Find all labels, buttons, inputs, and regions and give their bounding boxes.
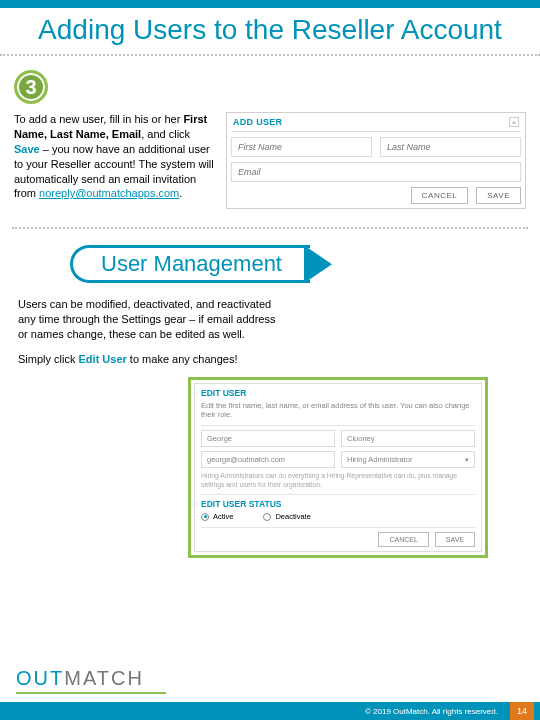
edit-first-name-field[interactable]: George	[201, 430, 335, 447]
footer-bar: © 2019 OutMatch. All rights reserved. 14	[0, 702, 540, 720]
page-title: Adding Users to the Reseller Account	[0, 8, 540, 48]
radio-label: Active	[213, 512, 233, 521]
page-number: 14	[510, 702, 534, 720]
role-hint: Hiring Administrators can do everything …	[201, 472, 475, 490]
logo-part-2: MATCH	[64, 667, 144, 689]
text: To add a new user, fill in his or her	[14, 113, 183, 125]
text: Simply click	[18, 353, 79, 365]
field-value: george@outmatch.com	[207, 455, 285, 464]
edit-user-status-title: EDIT USER STATUS	[201, 499, 475, 509]
email-field[interactable]	[231, 162, 521, 182]
field-value: George	[207, 434, 232, 443]
edit-user-desc: Edit the first name, last name, or email…	[201, 401, 475, 421]
add-user-title: ADD USER	[233, 117, 282, 127]
user-management-ribbon: User Management	[70, 245, 310, 283]
step-3-body: To add a new user, fill in his or her Fi…	[14, 112, 214, 209]
text: , and click	[141, 128, 190, 140]
field-value: Clooney	[347, 434, 375, 443]
noreply-email-link[interactable]: noreply@outmatchapps.com	[39, 187, 179, 199]
deactivate-radio[interactable]: Deactivate	[263, 512, 310, 521]
logo-part-1: OUT	[16, 667, 64, 689]
edit-email-field[interactable]: george@outmatch.com	[201, 451, 335, 468]
edit-save-button[interactable]: SAVE	[435, 532, 475, 547]
edit-user-dialog: EDIT USER Edit the first name, last name…	[188, 377, 488, 558]
divider	[0, 54, 540, 56]
field-value: Hiring Administrator	[347, 455, 412, 464]
edit-last-name-field[interactable]: Clooney	[341, 430, 475, 447]
radio-icon	[263, 513, 271, 521]
logo-underline	[16, 692, 166, 694]
ribbon-container: User Management	[0, 241, 540, 291]
chevron-down-icon: ▾	[465, 456, 469, 464]
edit-role-select[interactable]: Hiring Administrator▾	[341, 451, 475, 468]
top-accent-bar	[0, 0, 540, 8]
last-name-field[interactable]	[380, 137, 521, 157]
radio-icon	[201, 513, 209, 521]
user-management-section: Users can be modified, deactivated, and …	[0, 291, 540, 562]
divider	[12, 227, 528, 229]
outmatch-logo: OUTMATCH	[16, 667, 166, 694]
mgmt-paragraph-2: Simply click Edit User to make any chang…	[18, 352, 288, 367]
edit-user-title: EDIT USER	[201, 388, 475, 398]
add-user-dialog: ADD USER × CANCEL SAVE	[226, 112, 526, 209]
edit-user-keyword: Edit User	[79, 353, 127, 365]
cancel-button[interactable]: CANCEL	[411, 187, 468, 204]
active-radio[interactable]: Active	[201, 512, 233, 521]
first-name-field[interactable]	[231, 137, 372, 157]
radio-label: Deactivate	[275, 512, 310, 521]
mgmt-paragraph-1: Users can be modified, deactivated, and …	[18, 297, 288, 342]
text: .	[179, 187, 182, 199]
step-3-section: To add a new user, fill in his or her Fi…	[0, 112, 540, 215]
text: to make any changes!	[127, 353, 238, 365]
save-keyword: Save	[14, 143, 40, 155]
edit-cancel-button[interactable]: CANCEL	[378, 532, 428, 547]
copyright-text: © 2019 OutMatch. All rights reserved.	[365, 707, 498, 716]
close-icon[interactable]: ×	[509, 117, 519, 127]
save-button[interactable]: SAVE	[476, 187, 521, 204]
step-number-badge: 3	[14, 70, 48, 104]
step-header: 3	[0, 66, 540, 112]
